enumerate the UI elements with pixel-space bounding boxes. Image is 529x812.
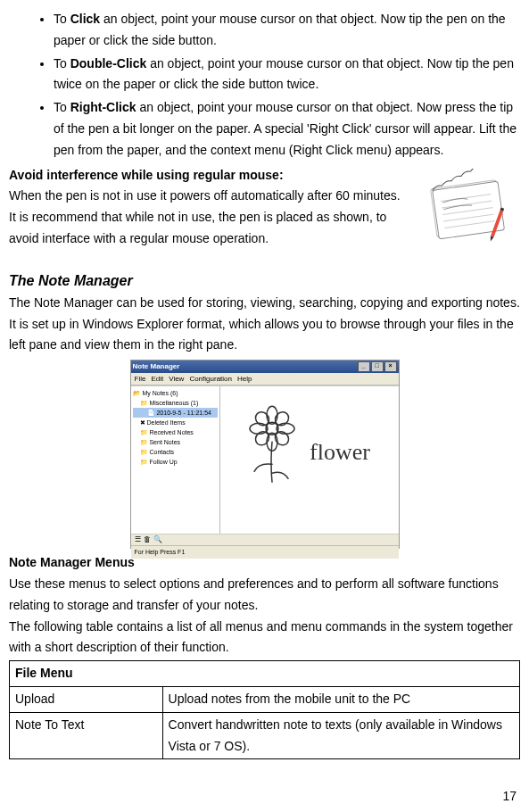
toolbar-icon: ☰	[135, 534, 141, 546]
nm-menu-item: View	[169, 373, 184, 385]
bullet-cmd: Double-Click	[70, 56, 147, 70]
bullet-cmd: Right-Click	[70, 100, 136, 114]
tree-item-selected: 📄 2010-9-5 - 11:21:54	[133, 408, 218, 418]
maximize-icon: □	[371, 361, 384, 372]
svg-point-17	[252, 429, 271, 448]
nm-body: 📂 My Notes (6) 📁 Miscellaneous (1) 📄 201…	[131, 385, 399, 534]
bullet-cmd: Click	[70, 12, 100, 26]
bullet-item: To Double-Click an object, point your mo…	[54, 54, 520, 96]
nm-menus-p1: Use these menus to select options and pr…	[9, 574, 520, 617]
bullet-rest: an object, point your mouse cursor on th…	[54, 12, 506, 47]
nm-p2: It is set up in Windows Explorer format,…	[9, 314, 520, 357]
canvas-handwriting: flower	[310, 440, 370, 466]
nm-menubar: File Edit View Configuration Help	[131, 373, 399, 386]
nm-canvas: flower	[220, 386, 399, 534]
close-icon: ×	[384, 361, 397, 372]
note-manager-screenshot: Note Manager _ □ × File Edit View Config…	[130, 360, 400, 549]
page-number: 17	[9, 786, 520, 808]
minimize-icon: _	[358, 361, 370, 372]
nm-titlebar: Note Manager _ □ ×	[131, 360, 399, 373]
tree-root: 📂 My Notes (6)	[133, 388, 218, 398]
svg-marker-8	[489, 236, 494, 242]
toolbar-icon: 🗑	[144, 534, 151, 546]
bullet-list: To Click an object, point your mouse cur…	[27, 9, 520, 162]
nm-title-text: Note Manager	[133, 360, 180, 373]
table-cell-desc: Upload notes from the mobile unit to the…	[162, 686, 519, 712]
svg-point-18	[272, 429, 291, 448]
tree-item: 📁 Received Notes	[133, 427, 218, 437]
nm-menu-item: Edit	[151, 373, 163, 385]
tree-item: 📁 Miscellaneous (1)	[133, 398, 218, 408]
nm-menu-item: File	[135, 373, 146, 385]
nm-menu-item: Help	[237, 373, 252, 385]
table-cell-desc: Convert handwritten note to texts (only …	[162, 712, 519, 759]
svg-point-15	[252, 410, 271, 428]
tree-item: 📁 Sent Notes	[133, 437, 218, 447]
svg-point-16	[272, 410, 291, 428]
nm-lower-toolbar: ☰ 🗑 🔍	[131, 534, 399, 546]
notepad-image	[417, 169, 520, 249]
bullet-prefix: To	[54, 100, 70, 114]
tree-item: 📁 Follow Up	[133, 457, 218, 467]
nm-p1: The Note Manager can be used for storing…	[9, 293, 520, 314]
nm-status-bar: For Help Press F1	[131, 546, 399, 559]
bullet-prefix: To	[54, 56, 70, 70]
table-row: Note To Text Convert handwritten note to…	[10, 712, 520, 759]
bullet-item: To Right-Click an object, point your mou…	[54, 97, 520, 161]
tree-item: ✖ Deleted Items	[133, 418, 218, 427]
toolbar-icon: 🔍	[153, 534, 162, 546]
tree-item: 📁 Contacts	[133, 447, 218, 457]
bullet-prefix: To	[54, 12, 70, 26]
table-cell-name: Upload	[10, 686, 163, 712]
bullet-item: To Click an object, point your mouse cur…	[54, 9, 520, 52]
table-header: File Menu	[10, 661, 520, 687]
nm-menus-p2: The following table contains a list of a…	[9, 617, 520, 659]
note-manager-heading: The Note Manager	[9, 269, 520, 293]
table-row: Upload Upload notes from the mobile unit…	[10, 686, 520, 712]
nm-menu-item: Configuration	[189, 373, 232, 385]
table-cell-name: Note To Text	[10, 712, 163, 759]
menu-table: File Menu Upload Upload notes from the m…	[9, 660, 520, 759]
nm-tree: 📂 My Notes (6) 📁 Miscellaneous (1) 📄 201…	[131, 386, 220, 534]
